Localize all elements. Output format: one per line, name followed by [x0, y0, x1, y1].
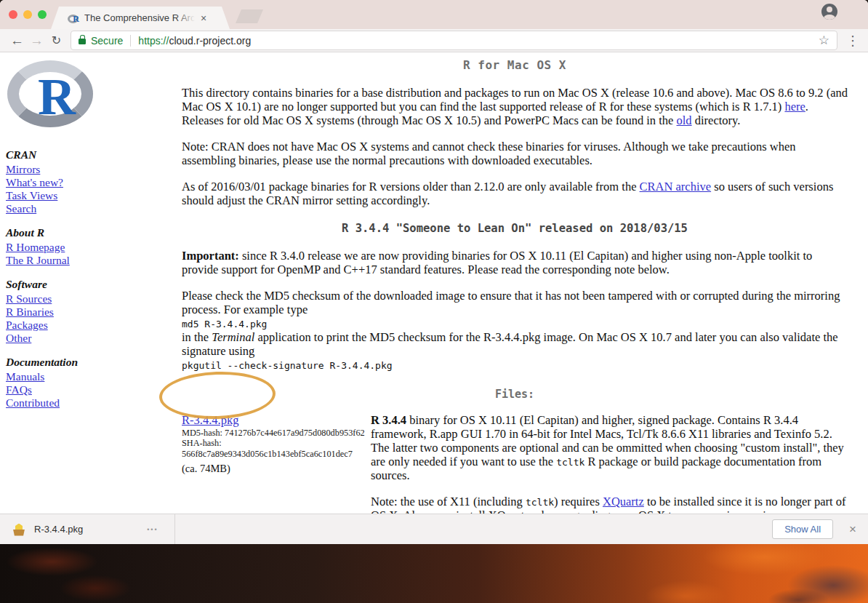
- download-bar-close-icon[interactable]: ×: [849, 523, 856, 535]
- sidebar-link-the-r-journal[interactable]: The R Journal: [6, 254, 137, 267]
- sidebar-link-other[interactable]: Other: [6, 332, 137, 345]
- sidebar-heading-documentation: Documentation: [6, 356, 137, 369]
- release-heading: R 3.4.4 "Someone to Lean On" released on…: [182, 223, 848, 236]
- sidebar-link-search[interactable]: Search: [6, 202, 137, 215]
- download-menu-icon[interactable]: •••: [147, 526, 158, 533]
- md5-hash: MD5-hash: 741276b7c44e617a9d75d080db953f…: [182, 428, 371, 439]
- r-logo: R: [6, 57, 96, 137]
- sidebar-link-packages[interactable]: Packages: [6, 319, 137, 332]
- url-bar[interactable]: Secure https:// cloud.r-project.org ☆: [71, 31, 837, 50]
- profile-avatar-icon[interactable]: [821, 4, 837, 20]
- page-content: R CRANMirrorsWhat's new?Task ViewsSearch…: [0, 53, 868, 514]
- sidebar-heading-software: Software: [6, 278, 137, 291]
- show-all-button[interactable]: Show All: [772, 519, 833, 539]
- back-icon[interactable]: ←: [7, 33, 27, 47]
- download-filename[interactable]: R-3.4.4.pkg: [34, 524, 83, 535]
- page-title: R for Mac OS X: [182, 59, 848, 72]
- intro-paragraph: This directory contains binaries for a b…: [182, 87, 848, 128]
- file-entry-row: R-3.4.4.pkg MD5-hash: 741276b7c44e617a9d…: [182, 414, 848, 514]
- sidebar-nav: CRANMirrorsWhat's new?Task ViewsSearchAb…: [6, 148, 137, 410]
- inline-link[interactable]: old: [677, 113, 692, 127]
- browser-menu-icon[interactable]: ⋮: [845, 34, 861, 47]
- url-separator: [130, 35, 131, 47]
- sidebar: R CRANMirrorsWhat's new?Task ViewsSearch…: [6, 56, 137, 410]
- pkg-download-link[interactable]: R-3.4.4.pkg: [182, 413, 238, 427]
- archive-note-paragraph: As of 2016/03/01 package binaries for R …: [182, 180, 848, 208]
- important-paragraph: Important: since R 3.4.0 release we are …: [182, 249, 848, 277]
- tab-title: The Comprehensive R Archive: [84, 12, 195, 23]
- tab-strip: R The Comprehensive R Archive ×: [0, 0, 868, 29]
- sidebar-link-faqs[interactable]: FAQs: [6, 383, 137, 396]
- window-close-button[interactable]: [9, 10, 17, 19]
- main-column: R for Mac OS X This directory contains b…: [182, 55, 848, 514]
- sha-hash: SHA-hash: 566f8c7a89e9343d056c1b143ebf5c…: [182, 438, 371, 459]
- window-zoom-button[interactable]: [38, 10, 47, 19]
- sidebar-link-r-homepage[interactable]: R Homepage: [6, 241, 137, 254]
- tab-close-icon[interactable]: ×: [201, 13, 206, 23]
- bookmark-star-icon[interactable]: ☆: [819, 34, 829, 47]
- new-tab-button[interactable]: [236, 9, 263, 23]
- url-scheme: https://: [138, 35, 169, 47]
- files-heading: Files:: [182, 388, 848, 401]
- sidebar-heading-about-r: About R: [6, 226, 137, 239]
- download-bar: R-3.4.4.pkg ••• Show All ×: [0, 514, 868, 544]
- sidebar-link-contributed[interactable]: Contributed: [6, 396, 137, 410]
- r-favicon-icon: R: [67, 12, 79, 24]
- pkg-file-icon: [12, 522, 26, 537]
- inline-link[interactable]: XQuartz: [603, 495, 644, 508]
- browser-window: R The Comprehensive R Archive × ← → ↻ Se…: [0, 0, 868, 544]
- inline-link[interactable]: CRAN archive: [640, 180, 712, 193]
- sidebar-heading-cran: CRAN: [6, 148, 137, 161]
- reload-icon[interactable]: ↻: [47, 35, 66, 47]
- file-size: (ca. 74MB): [182, 463, 371, 475]
- secure-label: Secure: [91, 35, 123, 47]
- sidebar-link-manuals[interactable]: Manuals: [6, 370, 137, 383]
- file-description-column: R 3.4.4 binary for OS X 10.11 (El Capita…: [371, 414, 848, 514]
- sidebar-link-what-s-new-[interactable]: What's new?: [6, 176, 137, 189]
- browser-tab[interactable]: R The Comprehensive R Archive ×: [51, 7, 230, 29]
- xquartz-note: Note: the use of X11 (including tcltk) r…: [371, 495, 848, 514]
- forward-icon[interactable]: →: [27, 33, 47, 47]
- download-bar-divider: [174, 514, 175, 544]
- browser-toolbar: ← → ↻ Secure https:// cloud.r-project.or…: [0, 29, 868, 52]
- desktop-wallpaper: ARW: [0, 544, 868, 603]
- sidebar-link-task-views[interactable]: Task Views: [6, 189, 137, 202]
- sidebar-link-r-sources[interactable]: R Sources: [6, 292, 137, 306]
- sidebar-link-r-binaries[interactable]: R Binaries: [6, 306, 137, 319]
- file-link-column: R-3.4.4.pkg MD5-hash: 741276b7c44e617a9d…: [182, 414, 371, 514]
- secure-lock-icon: [79, 39, 86, 44]
- url-host: cloud.r-project.org: [169, 35, 251, 47]
- sidebar-link-mirrors[interactable]: Mirrors: [6, 163, 137, 176]
- inline-link[interactable]: here: [784, 100, 805, 113]
- virus-note-paragraph: Note: CRAN does not have Mac OS X system…: [182, 140, 848, 168]
- file-description: R 3.4.4 binary for OS X 10.11 (El Capita…: [371, 414, 848, 483]
- window-minimize-button[interactable]: [23, 10, 32, 19]
- checksum-paragraph: Please check the MD5 checksum of the dow…: [182, 289, 848, 372]
